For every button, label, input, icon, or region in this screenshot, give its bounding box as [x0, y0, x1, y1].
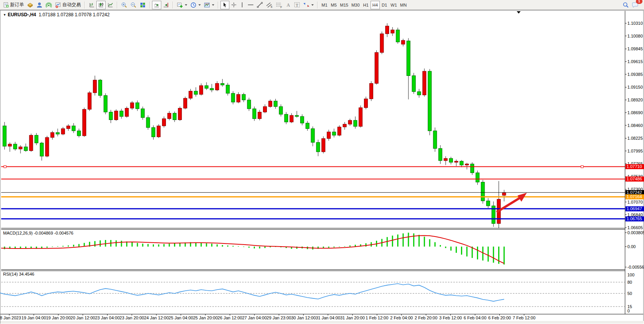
candle-body	[433, 131, 437, 149]
text-label-tool-button[interactable]: T	[292, 1, 302, 9]
equidistant-channel-tool-button[interactable]: E	[265, 1, 274, 9]
indicators-button[interactable]	[175, 1, 189, 9]
candle-body	[354, 120, 357, 127]
candle-body	[487, 201, 490, 206]
candlestick-mode-button[interactable]	[96, 1, 106, 9]
candle-body	[14, 144, 17, 149]
chart-shift-button[interactable]	[161, 1, 171, 9]
price-tag: 1.07710	[625, 164, 644, 169]
community-button[interactable]	[35, 1, 44, 9]
bar-chart-mode-button[interactable]	[87, 1, 96, 9]
candle-body	[114, 111, 118, 120]
candle-body	[130, 103, 134, 108]
auto-trading-button[interactable]: 自动交易	[53, 1, 82, 9]
toolbar-separator	[84, 2, 85, 9]
crosshair-tool-button[interactable]	[229, 1, 238, 9]
macd-indicator-label: MACD(12,26,9) -0.004869 -0.004576	[3, 231, 73, 235]
candle-body	[417, 92, 421, 95]
candle-body	[460, 161, 463, 165]
line-drag-handle[interactable]	[4, 166, 6, 168]
tile-windows-button[interactable]	[138, 1, 147, 9]
time-axis-label: 20 Jan 12:00	[70, 315, 95, 320]
candle-body	[258, 112, 261, 119]
person-icon	[36, 2, 43, 8]
price-axis-tick-label: 1.09385	[627, 72, 643, 77]
signals-button[interactable]	[44, 1, 53, 9]
text-tool-button[interactable]: A	[284, 1, 292, 9]
timeframe-m5[interactable]: M5	[329, 1, 338, 9]
channel-icon: E	[266, 2, 273, 8]
templates-button[interactable]	[202, 1, 216, 9]
chart-title: ▼EURUSD-,H4 1.07188 1.07288 1.07078 1.07…	[3, 12, 109, 17]
window-bottom-strip	[0, 321, 644, 324]
deposit-button[interactable]	[26, 1, 35, 9]
toolbar-separator	[317, 2, 318, 9]
timeframe-h4[interactable]: H4	[371, 1, 380, 9]
auto-scroll-button[interactable]	[152, 1, 161, 9]
candle-body	[338, 127, 341, 135]
candle-body	[157, 126, 161, 137]
collapse-triangle-icon[interactable]: ▼	[3, 13, 6, 17]
vertical-line-tool-button[interactable]	[238, 1, 246, 9]
main-toolbar: 新订单 自动交易	[0, 0, 644, 10]
candle-body	[359, 108, 362, 126]
line-drag-handle[interactable]	[581, 166, 583, 168]
time-axis-label: 6 Feb 04:00	[464, 315, 487, 320]
candle-body	[290, 115, 293, 122]
cursor-tool-button[interactable]	[220, 1, 229, 9]
candle-body	[470, 164, 474, 173]
candle-body	[396, 30, 400, 42]
candle-body	[439, 149, 442, 161]
chart-shift-marker[interactable]	[517, 11, 521, 14]
arrows-tool-button[interactable]	[302, 1, 315, 9]
rsi-indicator-label: RSI(14) 34.4546	[3, 272, 34, 276]
candle-body	[306, 123, 309, 129]
candle-body	[120, 111, 123, 117]
candle-body	[412, 75, 415, 91]
price-tag: 1.07164	[625, 194, 644, 199]
new-order-button[interactable]: 新订单	[2, 1, 26, 9]
candle-body	[444, 158, 448, 161]
timeframe-d1[interactable]: D1	[380, 1, 389, 9]
zoom-out-button[interactable]	[129, 1, 138, 9]
candle-body	[99, 80, 102, 96]
line-chart-mode-button[interactable]	[106, 1, 115, 9]
auto-trading-icon	[55, 2, 61, 8]
timeframe-w1[interactable]: W1	[389, 1, 399, 9]
trendline-tool-button[interactable]	[255, 1, 265, 9]
search-button[interactable]	[621, 1, 630, 9]
time-axis-label: 31 Jan 04:00	[316, 315, 340, 320]
candle-body	[200, 86, 203, 94]
candle-body	[311, 129, 314, 142]
chart-canvas[interactable]	[0, 0, 644, 324]
timeframe-h1[interactable]: H1	[361, 1, 371, 9]
candle-body	[221, 83, 224, 85]
timeframe-mn[interactable]: MN	[398, 1, 408, 9]
price-tag: 1.07486	[625, 177, 644, 182]
periods-button[interactable]	[189, 1, 202, 9]
time-axis-label: 25 Jan 04:00	[169, 315, 193, 320]
candle-body	[449, 158, 453, 162]
timeframe-m1[interactable]: M1	[320, 1, 329, 9]
time-axis-label: 19 Jan 04:00	[22, 315, 46, 320]
candle-body	[231, 93, 235, 102]
fibonacci-tool-button[interactable]: F	[274, 1, 284, 9]
candle-body	[279, 106, 283, 114]
price-axis-tick-label: 1.09615	[627, 59, 643, 64]
candle-body	[428, 71, 431, 131]
price-axis-tick-label: 1.09150	[627, 85, 643, 89]
toolbar-separator	[117, 2, 118, 9]
horizontal-line-tool-button[interactable]	[246, 1, 255, 9]
price-axis-tick-label: 1.06605	[627, 225, 643, 230]
timeframe-m15[interactable]: M15	[338, 1, 350, 9]
time-axis-label: 19 Jan 20:00	[46, 315, 71, 320]
candle-body	[178, 108, 182, 120]
candle-body	[93, 80, 97, 93]
zoom-in-button[interactable]	[120, 1, 129, 9]
timeframe-m30[interactable]: M30	[350, 1, 361, 9]
candle-body	[322, 139, 325, 152]
auto-scroll-icon	[154, 2, 160, 8]
time-axis-label: 29 Jan 23:00	[266, 315, 291, 320]
candle-body	[284, 114, 288, 122]
candle-body	[263, 106, 267, 112]
